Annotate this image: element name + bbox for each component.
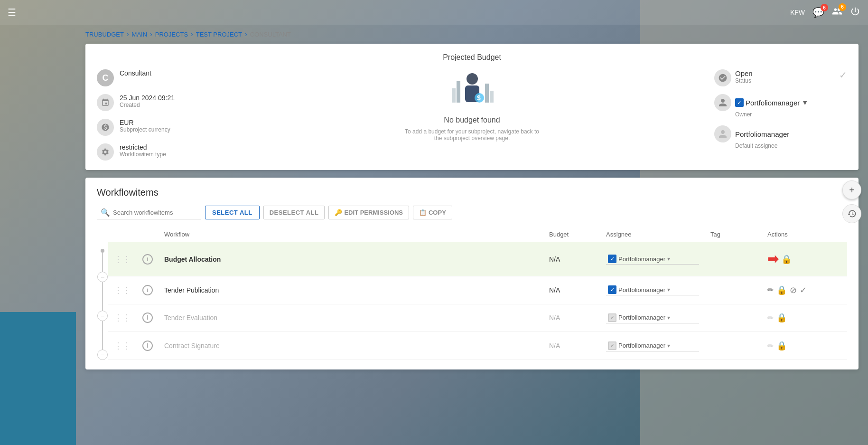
subproject-card: Projected Budget C Consultant 25 Jun 20 [85,44,859,170]
search-input[interactable] [113,209,194,216]
collapse-btn-2[interactable]: − [97,311,108,321]
drag-handle-icon[interactable]: ⋮⋮ [114,313,131,322]
table-header-row: Workflow Budget Assignee Tag Actions [108,227,847,242]
lock-icon[interactable]: 🔒 [776,285,787,295]
assignee-dropdown-arrow[interactable]: ▾ [667,342,670,349]
lock-icon[interactable]: 🔒 [781,254,792,265]
status-check-icon: ✓ [839,69,847,81]
assignee-name: Portfoliomanager [618,286,665,294]
assignee-dropdown-arrow[interactable]: ▾ [667,286,670,293]
assignee-cell: ✓Portfoliomanager▾ [600,276,705,304]
people-icon[interactable]: 6 [832,6,842,19]
assignee-name: Portfoliomanager [618,342,665,349]
collapse-btn-3[interactable]: − [97,350,108,360]
status-value: Open [735,69,835,77]
assignee-checkbox[interactable]: ✓ [608,313,616,322]
edit-icon[interactable]: ✏ [767,341,774,350]
currency-icon [97,119,114,136]
drag-handle-cell: ⋮⋮ [108,304,137,332]
edit-icon[interactable]: ✏ [767,285,774,294]
power-icon[interactable] [850,6,860,19]
breadcrumb-test-project[interactable]: TEST PROJECT [196,31,242,38]
subproject-right-panel: Open Status ✓ ✓ Portfoliomanager [714,69,847,149]
breadcrumb-projects[interactable]: PROJECTS [155,31,188,38]
owner-checkbox[interactable]: ✓ [735,98,744,107]
assignee-dropdown-arrow[interactable]: ▾ [667,256,670,262]
cancel-icon[interactable]: ⊘ [790,285,797,295]
assignee-name: Portfoliomanager [618,314,665,321]
table-wrapper: − − − Workflow Budget Assignee Tag Actio… [97,227,847,360]
budget-cell: N/A [543,242,600,276]
history-button[interactable] [842,204,861,223]
drag-handle-icon[interactable]: ⋮⋮ [114,341,131,350]
bg-blue-accent [0,312,76,445]
subproject-avatar: C [97,69,114,86]
assignee-dropdown[interactable]: ✓Portfoliomanager▾ [606,312,699,323]
workflow-name: Budget Allocation [164,256,221,263]
add-workflowitem-button[interactable]: + [842,180,861,199]
table-row: ⋮⋮iContract SignatureN/A✓Portfoliomanage… [108,332,847,360]
owner-label: Owner [735,111,847,118]
drag-handle-cell: ⋮⋮ [108,332,137,360]
assignee-checkbox[interactable]: ✓ [608,255,616,263]
no-budget-help: To add a budget for your subproject, nav… [401,128,543,142]
deselect-all-button[interactable]: DESELECT ALL [263,206,325,219]
breadcrumb-sep-2: › [150,30,152,38]
info-icon[interactable]: i [142,285,153,295]
assignee-cell: ✓Portfoliomanager▾ [600,332,705,360]
breadcrumb-sep-4: › [245,30,247,38]
assignee-dropdown[interactable]: ✓Portfoliomanager▾ [606,284,699,295]
subproject-workflow-type-label: Workflowitem type [120,151,166,158]
assignee-checkbox[interactable]: ✓ [608,285,616,294]
actions-cell: ➡ 🔒 [762,242,847,276]
info-icon[interactable]: i [142,254,153,265]
info-cell: i [137,242,159,276]
tag-cell [705,276,762,304]
edit-permissions-button[interactable]: 🔑 EDIT PERMISSIONS [328,206,409,219]
svg-rect-0 [452,88,456,103]
actions-container: ✏ 🔒 [767,341,841,351]
drag-handle-icon[interactable]: ⋮⋮ [114,255,131,264]
breadcrumb-main[interactable]: MAIN [132,31,148,38]
owner-icon [714,94,731,111]
lock-icon[interactable]: 🔒 [776,341,787,351]
info-icon[interactable]: i [142,341,153,351]
copy-button[interactable]: 📋 COPY [413,206,452,219]
budget-value: N/A [549,314,560,322]
owner-dropdown-arrow[interactable]: ▼ [802,99,808,106]
done-icon[interactable]: ✓ [800,285,807,295]
lock-icon[interactable]: 🔒 [776,312,787,323]
assignee-dropdown[interactable]: ✓Portfoliomanager▾ [606,341,699,351]
budget-cell: N/A [543,276,600,304]
drag-handle-cell: ⋮⋮ [108,276,137,304]
assignee-dropdown-arrow[interactable]: ▾ [667,314,670,321]
drag-handle-icon[interactable]: ⋮⋮ [114,285,131,295]
settings-icon [97,143,114,161]
table-row: ⋮⋮iTender PublicationN/A✓Portfoliomanage… [108,276,847,304]
svg-text:$: $ [477,94,481,102]
select-all-button[interactable]: SELECT ALL [205,206,260,219]
breadcrumb-trubudget[interactable]: TRUBUDGET [85,31,124,38]
svg-point-4 [467,73,478,85]
owner-value: Portfoliomanager [746,99,800,107]
assignee-dropdown[interactable]: ✓Portfoliomanager▾ [606,254,699,265]
tag-cell [705,242,762,276]
subproject-currency-label: Subproject currency [120,126,170,133]
info-icon[interactable]: i [142,312,153,323]
col-header-workflow: Workflow [159,227,543,242]
messages-icon[interactable]: 💬 6 [812,7,824,18]
drag-bar: − − − [97,227,108,360]
subproject-workflow-type: restricted [120,143,166,151]
search-icon: 🔍 [101,208,110,217]
subproject-date-row: 25 Jun 2024 09:21 Created [97,94,230,111]
edit-icon[interactable]: ✏ [767,313,774,322]
actions-cell: ✏ 🔒 ⊘ ✓ [762,276,847,304]
collapse-btn-1[interactable]: − [97,272,108,282]
toolbar: 🔍 SELECT ALL DESELECT ALL 🔑 EDIT PERMISS… [97,206,847,219]
actions-cell: ✏ 🔒 [762,332,847,360]
calendar-icon [97,94,114,111]
hamburger-menu-icon[interactable]: ☰ [8,7,16,18]
assignee-checkbox[interactable]: ✓ [608,341,616,350]
assignee-cell: ✓Portfoliomanager▾ [600,242,705,276]
breadcrumb-sep-1: › [127,30,129,38]
